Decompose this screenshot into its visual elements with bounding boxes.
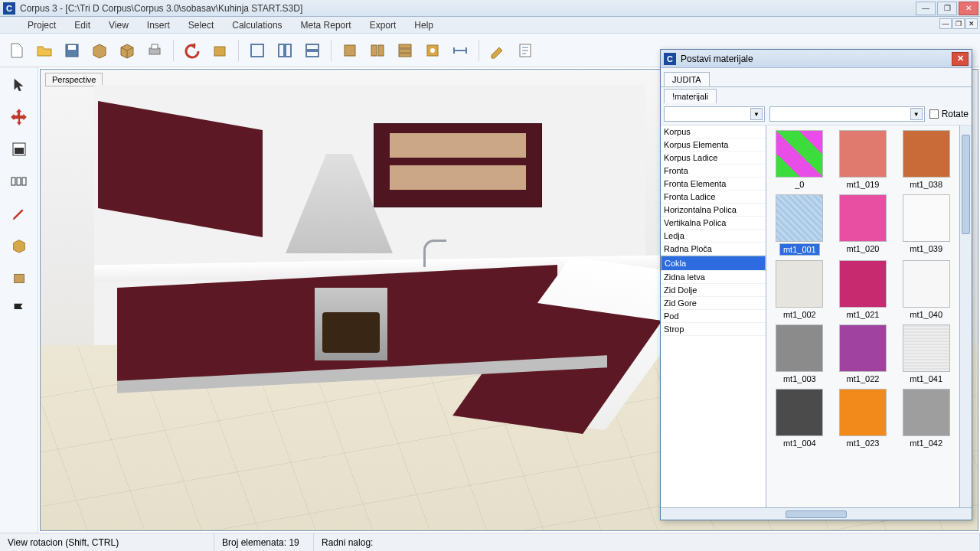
category-item[interactable]: Fronta Ladice — [661, 191, 766, 204]
swatch-item[interactable]: mt1_023 — [833, 389, 893, 448]
menu-view[interactable]: View — [103, 18, 135, 32]
swatch-chip — [903, 389, 950, 436]
category-item[interactable]: Korpus — [661, 126, 766, 139]
swatch-item[interactable]: mt1_020 — [833, 194, 893, 256]
swatch-chip — [839, 389, 887, 436]
cab3-button[interactable] — [393, 38, 417, 63]
edit-button[interactable] — [485, 38, 510, 63]
svg-rect-24 — [14, 274, 24, 282]
category-item[interactable]: Zid Gore — [661, 297, 766, 310]
minimize-button[interactable]: — — [916, 2, 936, 15]
swatch-label: mt1_003 — [780, 373, 819, 384]
package-button[interactable] — [207, 38, 232, 63]
category-list[interactable]: KorpusKorpus ElementaKorpus LadiceFronta… — [661, 126, 766, 507]
dialog-app-icon: C — [664, 53, 676, 65]
swatch-item[interactable]: _0 — [769, 130, 830, 190]
swatch-chip — [839, 260, 887, 308]
box2-button[interactable] — [115, 38, 139, 63]
menubar: Project Edit View Insert Select Calculat… — [0, 17, 980, 34]
swatch-chip — [776, 194, 823, 242]
open-button[interactable] — [32, 38, 57, 63]
view3-button[interactable] — [300, 38, 325, 63]
horizontal-scrollbar[interactable] — [661, 507, 972, 520]
rotate-checkbox[interactable]: Rotate — [929, 109, 969, 119]
category-item[interactable]: Korpus Elementa — [661, 139, 766, 152]
report-button[interactable] — [513, 38, 537, 63]
category-item[interactable]: Radna Ploča — [661, 243, 766, 256]
menu-insert[interactable]: Insert — [141, 18, 176, 32]
menu-export[interactable]: Export — [364, 18, 403, 32]
swatch-item[interactable]: mt1_019 — [833, 130, 893, 190]
category-item[interactable]: Zidna letva — [661, 271, 766, 284]
menu-select[interactable]: Select — [182, 18, 220, 32]
wall-tool[interactable] — [6, 168, 32, 194]
cab4-button[interactable] — [420, 38, 445, 63]
vertical-scrollbar[interactable] — [959, 126, 972, 507]
chevron-down-icon: ▼ — [910, 108, 923, 120]
status-mid: Broj elemenata: 19 — [214, 533, 314, 551]
category-select-left[interactable]: ▼ — [664, 106, 765, 122]
svg-rect-12 — [378, 45, 384, 56]
statusbar: View rotacion (Shift, CTRL) Broj elemena… — [0, 533, 980, 551]
cursor-tool[interactable] — [6, 72, 32, 98]
category-item[interactable]: Horizontalna Polica — [661, 204, 766, 217]
swatch-item[interactable]: mt1_041 — [896, 324, 956, 384]
cab2-button[interactable] — [365, 38, 390, 63]
menu-calculations[interactable]: Calculations — [226, 18, 288, 32]
cab1-button[interactable] — [338, 38, 362, 63]
tab-materijali[interactable]: !materijali — [664, 89, 717, 103]
mdi-close[interactable]: ✕ — [965, 18, 978, 29]
category-item[interactable]: Cokla — [661, 256, 766, 271]
category-select-right[interactable]: ▼ — [769, 106, 925, 122]
tab-judita[interactable]: JUDITA — [664, 72, 710, 86]
undo-button[interactable] — [180, 38, 204, 63]
category-item[interactable]: Vertikalna Polica — [661, 217, 766, 230]
swatch-item[interactable]: mt1_042 — [896, 389, 956, 448]
box-tool[interactable] — [6, 265, 32, 291]
category-item[interactable]: Ledja — [661, 230, 766, 243]
dialog-close-button[interactable]: ✕ — [952, 52, 969, 66]
cube-tool[interactable] — [6, 233, 32, 259]
mdi-minimize[interactable]: — — [939, 18, 952, 29]
swatch-item[interactable]: mt1_021 — [833, 260, 893, 320]
swatch-item[interactable]: mt1_004 — [769, 389, 830, 448]
mdi-controls: — ❐ ✕ — [939, 18, 978, 29]
menu-project[interactable]: Project — [21, 18, 62, 32]
maximize-button[interactable]: ❐ — [937, 2, 957, 15]
menu-meta-report[interactable]: Meta Report — [295, 18, 358, 32]
dim-button[interactable] — [448, 38, 472, 63]
svg-rect-8 — [306, 44, 318, 50]
swatch-item[interactable]: mt1_038 — [896, 130, 956, 190]
swatch-item[interactable]: mt1_039 — [896, 194, 956, 256]
flag-tool[interactable] — [6, 297, 32, 323]
menu-help[interactable]: Help — [408, 18, 439, 32]
category-item[interactable]: Fronta — [661, 165, 766, 178]
swatch-item[interactable]: mt1_002 — [769, 260, 830, 320]
view2-button[interactable] — [273, 38, 297, 63]
save-button[interactable] — [60, 38, 84, 63]
swatch-chip — [839, 194, 887, 242]
category-item[interactable]: Fronta Elementa — [661, 178, 766, 191]
menu-edit[interactable]: Edit — [68, 18, 96, 32]
pencil-tool[interactable] — [6, 201, 32, 227]
swatch-item[interactable]: mt1_022 — [833, 324, 893, 384]
category-item[interactable]: Pod — [661, 310, 766, 323]
category-item[interactable]: Zid Dolje — [661, 284, 766, 297]
swatch-item[interactable]: mt1_001 — [769, 194, 830, 256]
move-tool[interactable] — [6, 104, 32, 130]
print-button[interactable] — [142, 38, 167, 63]
swatch-grid[interactable]: _0mt1_019mt1_038mt1_001mt1_020mt1_039mt1… — [766, 126, 959, 507]
swatch-chip — [903, 194, 950, 242]
svg-rect-4 — [214, 47, 225, 56]
swatch-item[interactable]: mt1_003 — [769, 324, 830, 384]
close-button[interactable]: ✕ — [959, 2, 978, 15]
new-button[interactable] — [5, 38, 29, 63]
oven-tool[interactable] — [6, 136, 32, 162]
mdi-restore[interactable]: ❐ — [952, 18, 965, 29]
category-item[interactable]: Strop — [661, 323, 766, 336]
dialog-titlebar[interactable]: C Postavi materijale ✕ — [661, 50, 972, 68]
box-button[interactable] — [87, 38, 112, 63]
category-item[interactable]: Korpus Ladice — [661, 152, 766, 165]
view1-button[interactable] — [245, 38, 270, 63]
swatch-item[interactable]: mt1_040 — [896, 260, 956, 320]
